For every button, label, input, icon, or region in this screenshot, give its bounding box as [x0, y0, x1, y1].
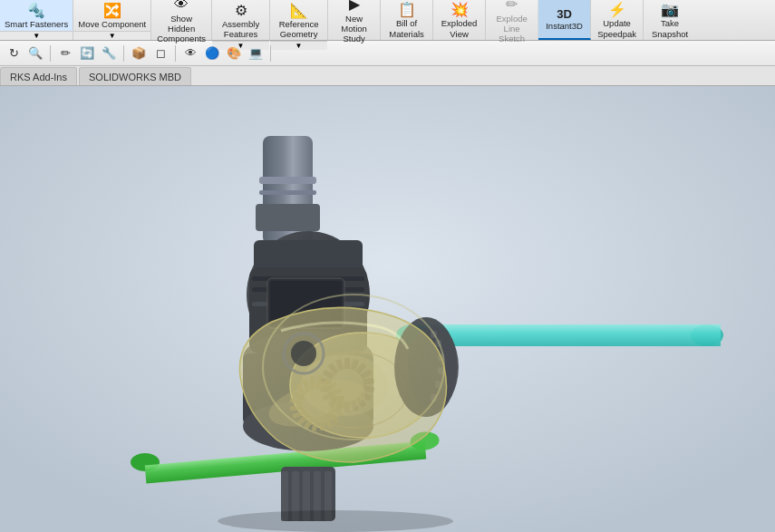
- toolbar2-sep3: [175, 45, 176, 62]
- svg-rect-9: [259, 177, 316, 184]
- move-component-label: Move Component: [78, 19, 146, 29]
- tab-solidworks-mbd[interactable]: SOLIDWORKS MBD: [79, 67, 191, 85]
- tab-rks-addins[interactable]: RKS Add-Ins: [0, 67, 77, 85]
- toolbar2-sep2: [123, 45, 124, 62]
- update-speedpak-label: UpdateSpeedpak: [597, 18, 636, 39]
- toolbar2-sep4: [270, 45, 271, 62]
- svg-rect-10: [259, 190, 316, 195]
- show-hidden-btn[interactable]: 👁 ShowHiddenComponents: [151, 0, 212, 40]
- instant3d-btn[interactable]: 3D Instant3D: [538, 0, 591, 40]
- svg-rect-8: [256, 204, 320, 231]
- exploded-view-label: ExplodedView: [441, 18, 478, 39]
- options-btn[interactable]: 🔧: [99, 44, 119, 63]
- assembly-features-icon: ⚙: [235, 2, 247, 19]
- sketch-tool-btn[interactable]: ✏: [55, 44, 75, 63]
- bill-of-materials-btn[interactable]: 📋 Bill ofMaterials: [381, 0, 433, 40]
- smart-fasteners-icon: 🔩: [27, 2, 45, 19]
- update-speedpak-icon: ⚡: [608, 1, 626, 18]
- secondary-toolbar: ↻ 🔍 ✏ 🔄 🔧 📦 ◻ 👁 🔵 🎨 💻: [0, 41, 775, 66]
- rotate-tool-btn[interactable]: ↻: [4, 44, 24, 63]
- svg-point-81: [218, 510, 453, 532]
- show-hidden-icon: 👁: [174, 0, 189, 14]
- update-speedpak-btn[interactable]: ⚡ UpdateSpeedpak: [591, 0, 644, 40]
- main-toolbar: 🔩 Smart Fasteners ▼ 🔀 Move Component ▼ 👁…: [0, 0, 775, 41]
- reference-geometry-label: ReferenceGeometry: [279, 19, 319, 39]
- take-snapshot-label: TakeSnapshot: [652, 18, 688, 39]
- 3d-viewport[interactable]: [0, 86, 775, 532]
- smart-fasteners-label: Smart Fasteners: [5, 19, 68, 29]
- new-motion-study-icon: ▶: [349, 0, 360, 14]
- take-snapshot-icon: 📷: [661, 1, 679, 18]
- box-btn[interactable]: ◻: [150, 44, 170, 63]
- svg-rect-0: [0, 86, 775, 532]
- instant3d-label: Instant3D: [546, 21, 583, 31]
- exploded-view-icon: 💥: [450, 1, 469, 18]
- tab-row: RKS Add-Ins SOLIDWORKS MBD: [0, 66, 775, 86]
- toolbar2-sep1: [50, 45, 51, 62]
- exploded-view-btn[interactable]: 💥 ExplodedView: [433, 0, 486, 40]
- assembly-features-btn[interactable]: ⚙ AssemblyFeatures ▼: [212, 0, 270, 40]
- zoom-tool-btn[interactable]: 🔍: [25, 44, 45, 63]
- bill-of-materials-label: Bill ofMaterials: [389, 18, 424, 39]
- move-component-btn[interactable]: 🔀 Move Component ▼: [73, 0, 151, 40]
- svg-point-80: [291, 341, 316, 366]
- smart-fasteners-btn[interactable]: 🔩 Smart Fasteners ▼: [0, 0, 73, 40]
- assembly-features-label: AssemblyFeatures: [222, 19, 259, 39]
- reference-geometry-icon: 📐: [290, 2, 308, 19]
- rebuild-btn[interactable]: 🔄: [77, 44, 97, 63]
- move-component-icon: 🔀: [103, 2, 121, 19]
- appearance-btn[interactable]: 💻: [246, 44, 266, 63]
- visibility-btn[interactable]: 👁: [180, 44, 200, 63]
- display-btn[interactable]: 🔵: [202, 44, 222, 63]
- assembly-view: [0, 86, 775, 532]
- 3d-view-btn[interactable]: 📦: [129, 44, 149, 63]
- reference-geometry-btn[interactable]: 📐 ReferenceGeometry ▼: [270, 0, 328, 40]
- bill-of-materials-icon: 📋: [398, 1, 416, 18]
- new-motion-study-btn[interactable]: ▶ NewMotionStudy: [328, 0, 381, 40]
- svg-rect-2: [412, 324, 721, 346]
- explode-line-sketch-icon: ✏: [506, 0, 518, 14]
- explode-line-sketch-btn[interactable]: ✏ ExplodeLineSketch: [486, 0, 538, 40]
- show-hidden-label: ShowHiddenComponents: [157, 14, 206, 44]
- explode-line-sketch-label: ExplodeLineSketch: [496, 14, 527, 44]
- new-motion-study-label: NewMotionStudy: [341, 14, 367, 44]
- render-btn[interactable]: 🎨: [224, 44, 244, 63]
- take-snapshot-btn[interactable]: 📷 TakeSnapshot: [644, 0, 696, 40]
- instant3d-icon: 3D: [557, 7, 572, 22]
